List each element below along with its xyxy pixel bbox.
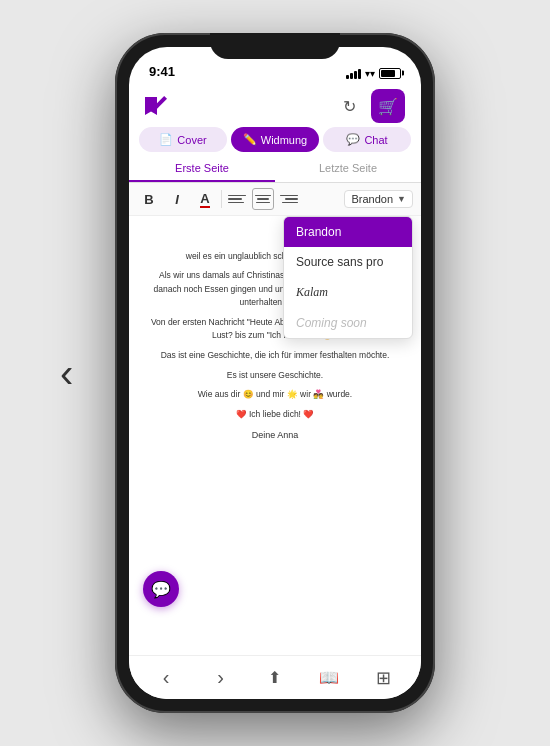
font-option-brandon[interactable]: Brandon: [284, 217, 412, 247]
tab-chat[interactable]: 💬 Chat: [323, 127, 411, 152]
cart-button[interactable]: 🛒: [371, 89, 405, 123]
letter-paragraph-4: Das ist eine Geschichte, die ich für imm…: [149, 349, 401, 363]
italic-button[interactable]: I: [165, 187, 189, 211]
cart-icon: 🛒: [378, 97, 398, 116]
font-dropdown-menu: Brandon Source sans pro Kalam Coming soo…: [283, 216, 413, 339]
tab-navigation: 📄 Cover ✏️ Widmung 💬 Chat: [129, 127, 421, 152]
chat-tab-icon: 💬: [346, 133, 360, 146]
font-name-label: Brandon: [351, 193, 393, 205]
editor-toolbar: B I A: [129, 183, 421, 216]
fab-button[interactable]: 💬: [143, 571, 179, 607]
font-option-coming-soon[interactable]: Coming soon: [284, 308, 412, 338]
toolbar-divider: [221, 190, 222, 208]
nav-back-button[interactable]: ‹: [150, 662, 182, 694]
widmung-tab-label: Widmung: [261, 134, 307, 146]
phone-container: ‹ 9:41 ▾▾: [0, 0, 550, 746]
widmung-tab-icon: ✏️: [243, 133, 257, 146]
cover-tab-icon: 📄: [159, 133, 173, 146]
font-option-kalam[interactable]: Kalam: [284, 277, 412, 308]
back-arrow[interactable]: ‹: [60, 351, 73, 396]
letter-paragraph-5: Es ist unsere Geschichte.: [149, 369, 401, 383]
wifi-icon: ▾▾: [365, 68, 375, 79]
logo-area: [145, 95, 173, 117]
phone-frame: 9:41 ▾▾: [115, 33, 435, 713]
dropdown-arrow-icon: ▼: [397, 194, 406, 204]
tab-widmung[interactable]: ✏️ Widmung: [231, 127, 319, 152]
align-right-button[interactable]: [278, 188, 300, 210]
nav-forward-icon: ›: [217, 666, 224, 689]
refresh-button[interactable]: ↻: [335, 92, 363, 120]
phone-notch: [210, 33, 340, 59]
align-left-button[interactable]: [226, 188, 248, 210]
phone-inner: 9:41 ▾▾: [129, 47, 421, 699]
nav-grid-icon: ⊞: [376, 667, 391, 689]
nav-share-icon: ⬆: [268, 668, 281, 687]
sub-tab-navigation: Erste Seite Letzte Seite: [129, 156, 421, 183]
nav-bookmark-button[interactable]: 📖: [313, 662, 345, 694]
battery-icon: [379, 68, 401, 79]
sub-tab-erste[interactable]: Erste Seite: [129, 156, 275, 182]
letter-paragraph-7: ❤️ Ich liebe dich! ❤️: [149, 408, 401, 422]
tab-cover[interactable]: 📄 Cover: [139, 127, 227, 152]
content-area: Brandon Source sans pro Kalam Coming soo…: [129, 216, 421, 655]
status-icons: ▾▾: [346, 67, 401, 79]
nav-back-icon: ‹: [163, 666, 170, 689]
app-header: ↻ 🛒: [129, 83, 421, 127]
fab-chat-icon: 💬: [151, 580, 171, 599]
cover-tab-label: Cover: [177, 134, 206, 146]
color-a-label: A: [200, 191, 209, 208]
font-option-source-sans[interactable]: Source sans pro: [284, 247, 412, 277]
align-center-button[interactable]: [252, 188, 274, 210]
signal-bars-icon: [346, 67, 361, 79]
nav-grid-button[interactable]: ⊞: [368, 662, 400, 694]
letter-paragraph-6: Wie aus dir 😊 und mir 🌟 wir 💑 wurde.: [149, 388, 401, 402]
letter-signature: Deine Anna: [149, 429, 401, 443]
nav-share-button[interactable]: ⬆: [259, 662, 291, 694]
nav-bookmark-icon: 📖: [319, 668, 339, 687]
app-logo-icon: [145, 95, 173, 117]
status-time: 9:41: [149, 64, 175, 79]
color-button[interactable]: A: [193, 187, 217, 211]
nav-forward-button[interactable]: ›: [205, 662, 237, 694]
chat-tab-label: Chat: [364, 134, 387, 146]
bold-button[interactable]: B: [137, 187, 161, 211]
font-dropdown[interactable]: Brandon ▼: [344, 190, 413, 208]
bottom-navigation: ‹ › ⬆ 📖 ⊞: [129, 655, 421, 699]
sub-tab-letzte[interactable]: Letzte Seite: [275, 156, 421, 182]
